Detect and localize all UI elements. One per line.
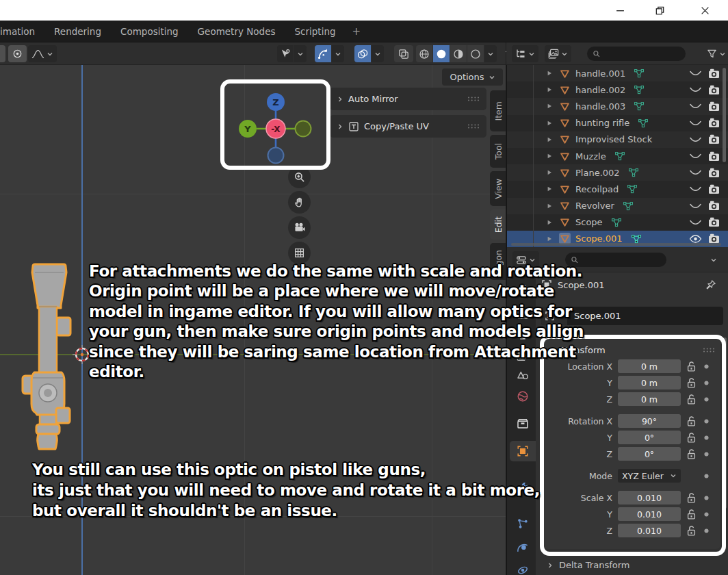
camera-visibility-icon[interactable] — [708, 85, 720, 95]
animate-property-dot[interactable] — [703, 528, 710, 534]
transform-value-field[interactable]: 0 m — [618, 359, 681, 373]
falloff-type-dropdown[interactable] — [28, 45, 57, 62]
shading-solid-button[interactable] — [433, 45, 450, 62]
sidebar-tab-liigon[interactable]: liigon — [490, 243, 506, 280]
transform-value-field[interactable]: 0 m — [618, 376, 681, 389]
eye-closed-icon[interactable] — [689, 118, 702, 128]
show-gizmos-toggle[interactable] — [315, 45, 331, 62]
outliner-item-hunting-rifle[interactable]: hunting rifle — [507, 115, 728, 131]
outliner-item-handle-001[interactable]: handle.001 — [507, 65, 728, 81]
outliner-item-scope[interactable]: Scope — [507, 214, 728, 231]
lock-open-icon[interactable] — [686, 394, 697, 405]
transform-value-field[interactable]: 0° — [618, 447, 681, 461]
camera-visibility-icon[interactable] — [708, 101, 720, 112]
camera-visibility-icon[interactable] — [708, 68, 720, 79]
camera-view-button[interactable] — [288, 216, 311, 239]
properties-tab-view-layer[interactable] — [510, 345, 536, 366]
outliner-scrollbar[interactable] — [723, 68, 726, 162]
outliner-search[interactable] — [587, 47, 686, 61]
properties-tab-object[interactable] — [510, 441, 536, 461]
transform-value-field[interactable]: 0° — [618, 431, 681, 444]
gizmo-axis-neg-z[interactable] — [268, 148, 284, 164]
outliner-item-improvised-stock[interactable]: Improvised Stock — [507, 131, 728, 148]
pan-button[interactable] — [288, 191, 311, 214]
transform-value-field[interactable]: 0 m — [618, 392, 681, 406]
lock-open-icon[interactable] — [686, 525, 697, 537]
properties-search[interactable] — [565, 253, 666, 267]
outliner-item-handle-003[interactable]: handle.003 — [507, 98, 728, 114]
object-type-visibility-dropdown[interactable] — [294, 45, 307, 62]
outliner-filter-dropdown[interactable] — [703, 45, 728, 62]
window-minimize-button[interactable] — [608, 1, 632, 19]
outliner-display-mode-dropdown[interactable] — [512, 45, 538, 62]
camera-visibility-icon[interactable] — [708, 201, 720, 211]
workspace-tab-item[interactable]: + — [346, 21, 368, 42]
outliner-item-recoilpad[interactable]: Recoilpad — [507, 181, 728, 197]
viewport-3d[interactable]: Options Z Y -X — [0, 65, 506, 575]
animate-property-dot[interactable] — [703, 473, 710, 479]
delta-transform-panel-header[interactable]: Delta Transform — [547, 560, 629, 570]
animate-property-dot[interactable] — [703, 435, 710, 441]
camera-visibility-icon[interactable] — [708, 168, 720, 178]
properties-tab-scene[interactable] — [510, 366, 536, 386]
properties-tab-particles[interactable] — [510, 513, 536, 534]
camera-visibility-icon[interactable] — [708, 184, 720, 194]
object-name-field[interactable]: Scope.001 — [541, 307, 723, 325]
eye-closed-icon[interactable] — [689, 151, 702, 161]
properties-tab-constraints[interactable] — [510, 560, 536, 575]
workspace-tab-imation[interactable]: imation — [0, 21, 44, 42]
workspace-tab-compositing[interactable]: Compositing — [111, 21, 188, 42]
properties-scrollbar[interactable] — [723, 337, 727, 509]
transform-value-field[interactable]: 0.010 — [618, 491, 681, 504]
lock-open-icon[interactable] — [686, 432, 697, 444]
grip-icon[interactable] — [703, 347, 715, 353]
sidebar-panel-copy-paste-uv[interactable]: Copy/Paste UV — [330, 115, 486, 138]
properties-tab-render[interactable] — [510, 304, 536, 324]
eye-closed-icon[interactable] — [689, 68, 702, 78]
sidebar-tab-item[interactable]: Item — [490, 90, 506, 131]
lock-open-icon[interactable] — [686, 448, 697, 460]
workspace-tab-geometry-nodes[interactable]: Geometry Nodes — [188, 21, 285, 42]
scope-model[interactable] — [18, 261, 75, 452]
overlays-dropdown[interactable] — [372, 45, 384, 62]
workspace-tab-scripting[interactable]: Scripting — [285, 21, 345, 42]
outliner-item-muzzle[interactable]: Muzzle — [507, 148, 728, 164]
animate-property-dot[interactable] — [703, 396, 710, 402]
outliner-item-plane-002[interactable]: Plane.002 — [507, 164, 728, 181]
window-restore-button[interactable] — [648, 1, 671, 19]
gizmo-axis-y[interactable]: Y — [239, 120, 257, 138]
workspace-tab-rendering[interactable]: Rendering — [44, 21, 111, 42]
gizmos-dropdown[interactable] — [332, 45, 344, 62]
eye-closed-icon[interactable] — [689, 135, 702, 144]
outliner-search-input[interactable] — [604, 49, 680, 60]
toggle-xray-button[interactable] — [394, 45, 413, 62]
properties-tab-world[interactable] — [510, 386, 536, 407]
proportional-editing-toggle[interactable] — [8, 45, 27, 62]
properties-options-dropdown[interactable] — [707, 253, 720, 267]
lock-open-icon[interactable] — [686, 509, 697, 520]
eye-open-icon[interactable] — [689, 234, 702, 244]
camera-visibility-icon[interactable] — [708, 151, 720, 162]
animate-property-dot[interactable] — [703, 495, 710, 501]
animate-property-dot[interactable] — [703, 363, 710, 370]
outliner-hscrollbar[interactable] — [511, 243, 721, 246]
camera-visibility-icon[interactable] — [708, 217, 720, 227]
transform-value-field[interactable]: 0.010 — [618, 507, 681, 521]
outliner-filter-collection-dropdown[interactable] — [545, 45, 571, 62]
shading-wireframe-button[interactable] — [416, 45, 432, 62]
transform-value-field[interactable]: 0.010 — [618, 524, 681, 537]
outliner-item-revolver[interactable]: Revolver — [507, 198, 728, 214]
window-close-button[interactable] — [693, 1, 716, 19]
object-id-dropdown[interactable] — [541, 307, 567, 325]
navigation-gizmo[interactable]: Z Y -X — [220, 79, 330, 170]
properties-tab-collection[interactable] — [510, 413, 536, 434]
eye-closed-icon[interactable] — [689, 168, 702, 177]
eye-closed-icon[interactable] — [689, 218, 702, 227]
outliner-item-handle-002[interactable]: handle.002 — [507, 81, 728, 98]
properties-tab-modifiers[interactable] — [510, 477, 536, 498]
eye-closed-icon[interactable] — [689, 85, 702, 94]
animate-property-dot[interactable] — [703, 511, 710, 518]
lock-open-icon[interactable] — [686, 492, 697, 504]
lock-open-icon[interactable] — [686, 416, 697, 427]
perspective-toggle-button[interactable] — [288, 242, 311, 264]
